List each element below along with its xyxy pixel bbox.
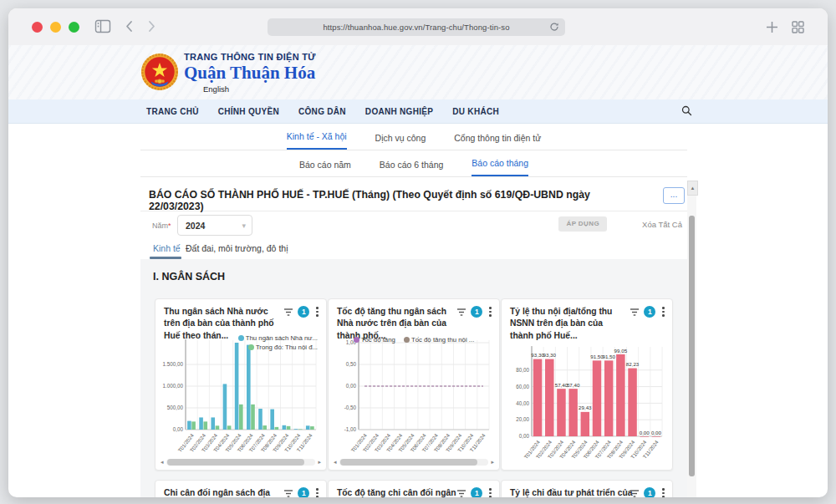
- url-text: https://thuanhoa.hue.gov.vn/Trang-chu/Th…: [323, 23, 509, 32]
- bar: [235, 343, 239, 430]
- scroll-right-icon[interactable]: ▸: [318, 458, 321, 466]
- legend-item[interactable]: Tốc độ tăng: [354, 336, 395, 344]
- filter-icon[interactable]: [630, 308, 640, 317]
- scroll-left-icon[interactable]: ◂: [161, 458, 164, 466]
- tab-overview-icon[interactable]: [791, 20, 805, 34]
- category-tabs: Kinh tế Đất đai, môi trường, đô thị: [140, 241, 687, 259]
- scroll-right-icon[interactable]: ▸: [491, 458, 494, 466]
- apply-button[interactable]: ÁP DỤNG: [558, 216, 607, 232]
- nav-item-doanh-nghiep[interactable]: DOANH NGHIỆP: [365, 107, 433, 116]
- kebab-menu-icon[interactable]: [314, 487, 321, 497]
- browser-titlebar: https://thuanhoa.hue.gov.vn/Trang-chu/Th…: [8, 8, 828, 46]
- minimize-window-button[interactable]: [50, 22, 61, 33]
- filter-row: Năm* 2024 ▾ ÁP DỤNG Xóa Tất Cả: [140, 211, 687, 241]
- new-tab-icon[interactable]: [765, 20, 779, 34]
- kebab-menu-icon[interactable]: [660, 306, 667, 318]
- chart-legend: Thu ngân sách Nhà nư...Trong đó: Thu nội…: [238, 334, 318, 353]
- y-tick-label: -1,00: [344, 426, 357, 432]
- filter-icon[interactable]: [283, 489, 293, 498]
- tab-bao-cao-6-thang[interactable]: Báo cáo 6 tháng: [380, 160, 443, 176]
- filter-count-badge: 1: [471, 306, 482, 318]
- legend-item[interactable]: Thu ngân sách Nhà nư...: [238, 334, 318, 342]
- chart-card-thu-ngan-sach: Thu ngân sách Nhà nước trên địa bàn của …: [155, 298, 327, 471]
- zoom-window-button[interactable]: [69, 22, 79, 33]
- scrollbar-thumb[interactable]: [689, 216, 695, 476]
- language-link[interactable]: English: [203, 84, 316, 94]
- header-watermark-pattern: [8, 45, 828, 99]
- filter-icon[interactable]: [630, 489, 640, 498]
- required-mark: *: [168, 221, 171, 230]
- bar: [640, 436, 649, 437]
- content-vertical-scrollbar[interactable]: [687, 196, 696, 497]
- site-header: TRANG THÔNG TIN ĐIỆN TỬ Quận Thuận Hóa E…: [8, 45, 828, 99]
- bar-data-label: 93,30: [543, 352, 557, 358]
- scrollbar-track[interactable]: [166, 459, 316, 466]
- legend-item[interactable]: Trong đó: Thu nội đ...: [238, 344, 318, 351]
- forward-button-icon[interactable]: [145, 19, 157, 33]
- scrollbar-track[interactable]: [339, 459, 489, 466]
- bar: [628, 369, 637, 436]
- tab-cong-thong-tin[interactable]: Cổng thông tin điện tử: [454, 133, 541, 150]
- search-icon[interactable]: [681, 105, 692, 116]
- bar: [545, 359, 554, 436]
- bar: [581, 412, 590, 436]
- main-nav: TRANG CHỦ CHÍNH QUYỀN CÔNG DÂN DOANH NGH…: [8, 99, 828, 124]
- bar-data-label: 0,00: [651, 430, 662, 435]
- kebab-menu-icon[interactable]: [314, 306, 321, 318]
- site-name: Quận Thuận Hóa: [184, 63, 316, 84]
- bar: [263, 425, 267, 430]
- tab-dich-vu-cong[interactable]: Dịch vụ công: [375, 133, 426, 150]
- dashboard-panel: I. NGÂN SÁCH Thu ngân sách Nhà nước trên…: [140, 259, 687, 497]
- tab-kinh-te[interactable]: Kinh tế: [153, 243, 181, 253]
- year-value: 2024: [186, 221, 242, 231]
- kebab-menu-icon[interactable]: [487, 487, 494, 497]
- nav-item-du-khach[interactable]: DU KHÁCH: [452, 107, 499, 116]
- chart-horizontal-scrollbar[interactable]: ◂ ▸: [161, 458, 321, 466]
- bar: [593, 360, 602, 436]
- portal-label: TRANG THÔNG TIN ĐIỆN TỬ: [184, 52, 316, 62]
- nav-item-trang-chu[interactable]: TRANG CHỦ: [146, 107, 199, 116]
- scroll-up-button[interactable]: ▲: [687, 181, 698, 196]
- y-tick-label: 0,00: [519, 433, 530, 439]
- nav-item-cong-dan[interactable]: CÔNG DÂN: [298, 107, 346, 116]
- tab-bao-cao-nam[interactable]: Báo cáo năm: [299, 160, 351, 176]
- bar-data-label: 29,43: [579, 405, 592, 410]
- bar-data-label: 57,40: [567, 382, 580, 388]
- address-bar[interactable]: https://thuanhoa.hue.gov.vn/Trang-chu/Th…: [268, 18, 565, 36]
- bar-data-label: 91,50: [602, 354, 615, 359]
- filter-icon[interactable]: [456, 489, 466, 498]
- reload-icon[interactable]: [549, 22, 559, 32]
- bar: [604, 360, 614, 436]
- report-title: BÁO CÁO SỐ THÀNH PHỐ HUẾ - TP.HUẾ (Tháng…: [149, 189, 642, 212]
- kebab-menu-icon[interactable]: [487, 306, 494, 318]
- national-emblem-logo[interactable]: [140, 53, 179, 91]
- tab-kinh-te-xa-hoi[interactable]: Kinh tế - Xã hội: [287, 131, 347, 150]
- tab-dat-dai[interactable]: Đất đai, môi trường, đô thị: [186, 243, 288, 253]
- tab-bao-cao-thang[interactable]: Báo cáo tháng: [472, 158, 528, 176]
- scrollbar-thumb[interactable]: [167, 459, 305, 466]
- legend-item[interactable]: Tốc độ tăng thu nội ...: [404, 336, 474, 344]
- bar: [251, 405, 255, 430]
- y-tick-label: 0,00: [346, 383, 357, 389]
- clear-all-button[interactable]: Xóa Tất Cả: [642, 220, 682, 229]
- bar: [258, 409, 263, 430]
- more-options-button[interactable]: ...: [663, 187, 685, 204]
- sidebar-toggle-icon[interactable]: [94, 19, 111, 33]
- bar: [227, 425, 232, 430]
- kebab-menu-icon[interactable]: [660, 487, 667, 497]
- chevron-down-icon: ▾: [242, 221, 246, 230]
- site-brand[interactable]: TRANG THÔNG TIN ĐIỆN TỬ Quận Thuận Hóa E…: [184, 52, 316, 94]
- chart-canvas: 0,00500,001.000,001.500,00T01/2024T02/20…: [157, 336, 321, 460]
- filter-icon[interactable]: [456, 308, 466, 317]
- bar: [247, 345, 251, 430]
- nav-item-chinh-quyen[interactable]: CHÍNH QUYỀN: [218, 107, 279, 116]
- bar: [294, 429, 298, 430]
- scroll-left-icon[interactable]: ◂: [334, 458, 337, 466]
- year-select[interactable]: 2024 ▾: [177, 215, 252, 236]
- back-button-icon[interactable]: [124, 19, 135, 33]
- bar: [616, 354, 625, 436]
- filter-icon[interactable]: [283, 308, 293, 317]
- scrollbar-thumb[interactable]: [340, 459, 478, 466]
- chart-horizontal-scrollbar[interactable]: ◂ ▸: [334, 458, 494, 466]
- close-window-button[interactable]: [32, 22, 43, 33]
